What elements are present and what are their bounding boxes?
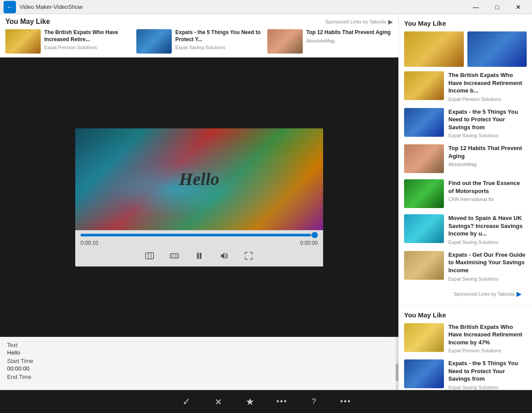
sidebar-ad-card-1[interactable]: The British Expats Who Have Increased Re… [404, 71, 527, 102]
svg-rect-4 [175, 254, 176, 258]
sidebar-ad-info-8: Expats - the 5 Things You Need to Protec… [448, 359, 527, 390]
fullscreen-button[interactable] [242, 249, 256, 263]
start-time-value: 00:00:00 [7, 365, 391, 372]
help-button[interactable]: ? [305, 393, 323, 411]
sidebar-section-1: You May Like The British Expats Who Have… [399, 14, 532, 306]
sidebar-ad-img-3 [404, 144, 444, 173]
controls-row [81, 249, 318, 263]
sidebar-ad-title-5: Moved to Spain & Have UK Savings? Increa… [448, 214, 527, 238]
check-button[interactable]: ✓ [177, 393, 195, 411]
top-ad-banner: You May Like Sponsored Links by Taboola … [0, 14, 398, 58]
you-may-like-label: You May Like [5, 18, 50, 26]
sidebar-ad-info-2: Expats - the 5 Things You Need to Protec… [448, 108, 527, 139]
svg-rect-6 [197, 253, 199, 259]
taskbar-close-button[interactable]: ✕ [209, 393, 227, 411]
ad-cards-row: The British Expats Who Have Increased Re… [5, 29, 393, 54]
sidebar-ad-title-1: The British Expats Who Have Increased Re… [448, 71, 527, 95]
sidebar-ad-card-6[interactable]: Expats - Get Our Free Guide to Maximisin… [404, 251, 527, 282]
svg-rect-2 [171, 254, 172, 258]
ad-card-1-info: The British Expats Who Have Increased Re… [44, 29, 131, 50]
window-controls: — □ ✕ [466, 0, 528, 14]
bottom-panel: Text Hello Start Time 00:00:00 End Time [7, 341, 391, 386]
more-button-1[interactable]: ••• [273, 393, 291, 411]
sponsored-footer-1: Sponsored Links by Taboola ▶ [404, 288, 527, 300]
sidebar-ad-img-6 [404, 251, 444, 280]
close-button[interactable]: ✕ [508, 0, 528, 14]
sidebar-ad-img-8 [404, 359, 444, 388]
scroll-thumb[interactable] [396, 363, 398, 381]
sidebar-ad-img-1 [404, 71, 444, 100]
total-time: 0:00:00 [300, 240, 318, 246]
pause-button[interactable] [192, 249, 206, 263]
more-button-2[interactable]: ••• [337, 393, 355, 411]
sidebar-ad-img-7 [404, 323, 444, 352]
sidebar-ad-title-7: The British Expats Who Have Increased Re… [448, 323, 527, 347]
ad-card-3-source: AbsoluteMag [306, 38, 393, 43]
ad-banner-header: You May Like Sponsored Links by Taboola … [5, 18, 393, 26]
star-button[interactable]: ★ [241, 393, 259, 411]
sidebar-large-img-2[interactable] [467, 31, 527, 67]
start-time-label: Start Time [7, 358, 391, 364]
sidebar-ad-info-5: Moved to Spain & Have UK Savings? Increa… [448, 214, 527, 245]
frames-icon [170, 251, 179, 261]
ad-card-3-info: Top 12 Habits That Prevent Aging Absolut… [306, 29, 393, 43]
scene-button[interactable] [143, 249, 157, 263]
sidebar-ad-info-6: Expats - Get Our Free Guide to Maximisin… [448, 251, 527, 282]
maximize-button[interactable]: □ [487, 0, 507, 14]
svg-rect-7 [200, 253, 201, 259]
svg-rect-0 [146, 253, 154, 259]
sidebar-ad-card-7[interactable]: The British Expats Who Have Increased Re… [404, 323, 527, 354]
sidebar-you-may-like-2: You May Like [404, 311, 527, 319]
frames-button[interactable] [167, 249, 181, 263]
sidebar-ad-source-7: Expat Pension Solutions [448, 348, 527, 353]
taboola-logo-1: ▶ [517, 290, 521, 297]
video-area: Hello 0:00:10 0:00:00 [0, 58, 398, 337]
text-label: Text [7, 342, 391, 348]
end-time-label: End Time [7, 374, 391, 380]
sidebar-large-img-1[interactable] [404, 31, 464, 67]
video-controls: 0:00:10 0:00:00 [75, 230, 323, 266]
volume-button[interactable] [217, 249, 231, 263]
progress-bar[interactable] [81, 234, 318, 236]
sidebar-ad-card-2[interactable]: Expats - the 5 Things You Need to Protec… [404, 108, 527, 139]
back-icon: ← [7, 4, 13, 11]
minimize-button[interactable]: — [466, 0, 486, 14]
sidebar-ad-card-5[interactable]: Moved to Spain & Have UK Savings? Increa… [404, 214, 527, 245]
left-area: You May Like Sponsored Links by Taboola … [0, 14, 398, 413]
sidebar-ad-card-3[interactable]: Top 12 Habits That Prevent Aging Absolut… [404, 144, 527, 173]
sidebar-ad-source-2: Expat Saving Solutions [448, 133, 527, 138]
sidebar-ad-title-6: Expats - Get Our Free Guide to Maximisin… [448, 251, 527, 274]
progress-fill [81, 234, 311, 236]
sidebar-ad-title-3: Top 12 Habits That Prevent Aging [448, 144, 527, 160]
back-button[interactable]: ← [4, 1, 16, 13]
sidebar-ad-card-8[interactable]: Expats - the 5 Things You Need to Protec… [404, 359, 527, 390]
ad-card-3-title: Top 12 Habits That Prevent Aging [306, 29, 393, 36]
ad-card-2-info: Expats - the 5 Things You Need to Protec… [175, 29, 262, 50]
ad-card-2-source: Expat Saving Solutions [175, 45, 262, 50]
scroll-indicator [396, 337, 398, 390]
volume-icon [219, 251, 229, 261]
video-text-overlay: Hello [179, 169, 219, 189]
ad-card-2[interactable]: Expats - the 5 Things You Need to Protec… [136, 29, 262, 54]
sponsored-label: Sponsored Links by Taboola [325, 19, 386, 24]
sidebar-ad-card-4[interactable]: Find out the True Essence of Motorsports… [404, 179, 527, 208]
titlebar: ← Video Maker-VideoShow — □ ✕ [0, 0, 532, 14]
video-frame: Hello [75, 128, 323, 230]
pause-icon [194, 251, 204, 261]
sidebar-you-may-like: You May Like [404, 19, 527, 27]
sidebar-ad-info-3: Top 12 Habits That Prevent Aging Absolut… [448, 144, 527, 173]
ad-card-1[interactable]: The British Expats Who Have Increased Re… [5, 29, 131, 54]
video-container: Hello 0:00:10 0:00:00 [75, 128, 323, 266]
text-value: Hello [7, 349, 391, 356]
taboola-icon: ▶ [388, 18, 393, 25]
fullscreen-icon [244, 251, 254, 261]
ad-card-3[interactable]: Top 12 Habits That Prevent Aging Absolut… [267, 29, 393, 54]
right-sidebar: You May Like The British Expats Who Have… [398, 14, 532, 413]
ad-card-2-image [136, 29, 172, 54]
sidebar-large-cards [404, 31, 527, 67]
bottom-panel-wrapper: Text Hello Start Time 00:00:00 End Time [0, 337, 398, 390]
sidebar-ad-info-4: Find out the True Essence of Motorsports… [448, 179, 527, 208]
ad-card-3-image [267, 29, 303, 54]
progress-handle[interactable] [312, 232, 318, 238]
sidebar-ad-title-8: Expats - the 5 Things You Need to Protec… [448, 359, 527, 383]
